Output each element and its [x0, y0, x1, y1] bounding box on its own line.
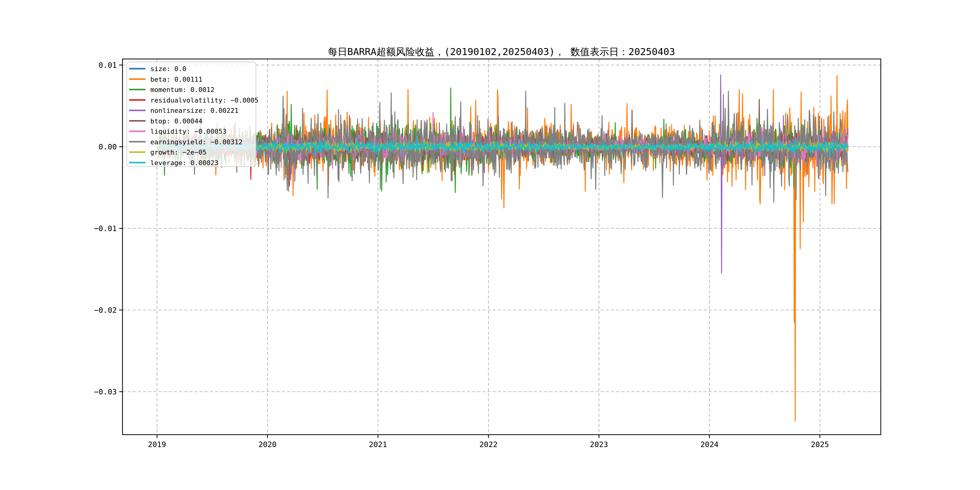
y-tick-label: −0.03: [94, 387, 117, 396]
barra-daily-returns-chart: 2019202020212022202320242025 0.010.00−0.…: [0, 0, 980, 490]
x-tick-label-2023: 2023: [590, 440, 608, 449]
y-tick-label: −0.01: [94, 224, 117, 233]
legend-label-size: size: 0.0: [150, 65, 186, 73]
legend-label-nonlinearsize: nonlinearsize: 0.00221: [150, 107, 239, 115]
legend-label-residualvolatility: residualvolatility: −0.0005: [150, 97, 259, 104]
legend-label-btop: btop: 0.00044: [150, 117, 202, 125]
chart-title: 每日BARRA超额风险收益，(20190102,20250403)， 数值表示日…: [328, 46, 675, 57]
legend: size: 0.0beta: 0.00111momentum: 0.0012re…: [127, 62, 259, 167]
y-tick-label: 0.01: [99, 61, 117, 70]
legend-label-growth: growth: −2e−05: [150, 148, 206, 156]
legend-label-earningsyield: earningsyield: −0.00312: [150, 138, 243, 146]
x-tick-label-2022: 2022: [479, 440, 498, 449]
y-tick-label: 0.00: [99, 142, 117, 151]
x-tick-label-2019: 2019: [148, 440, 166, 449]
figure: 2019202020212022202320242025 0.010.00−0.…: [0, 0, 980, 490]
legend-label-beta: beta: 0.00111: [150, 76, 202, 83]
x-tick-label-2020: 2020: [258, 440, 277, 449]
x-tick-label-2021: 2021: [369, 440, 387, 449]
x-tick-label-2025: 2025: [811, 440, 829, 449]
x-tick-label-2024: 2024: [700, 440, 718, 449]
legend-label-leverage: leverage: 0.00023: [150, 159, 218, 167]
y-tick-label: −0.02: [94, 306, 117, 315]
legend-label-momentum: momentum: 0.0012: [150, 86, 215, 94]
legend-label-liquidity: liquidity: −0.00053: [150, 128, 227, 135]
